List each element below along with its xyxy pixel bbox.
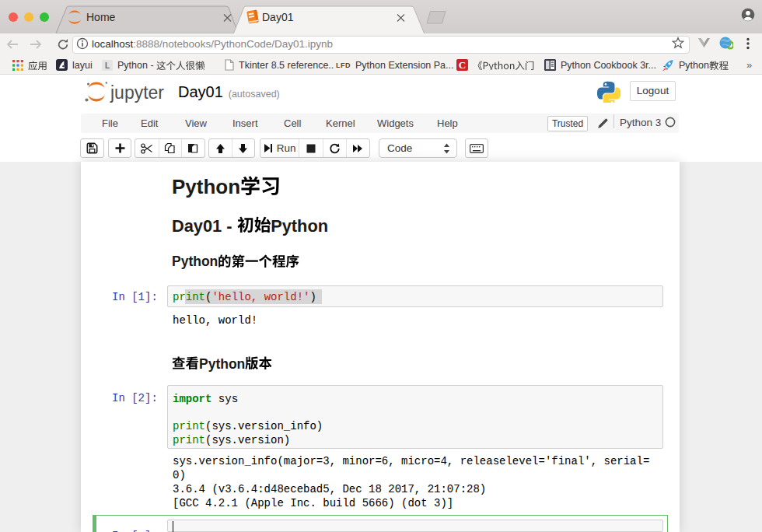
svg-text:L: L (105, 61, 110, 70)
svg-text:C: C (459, 59, 466, 71)
